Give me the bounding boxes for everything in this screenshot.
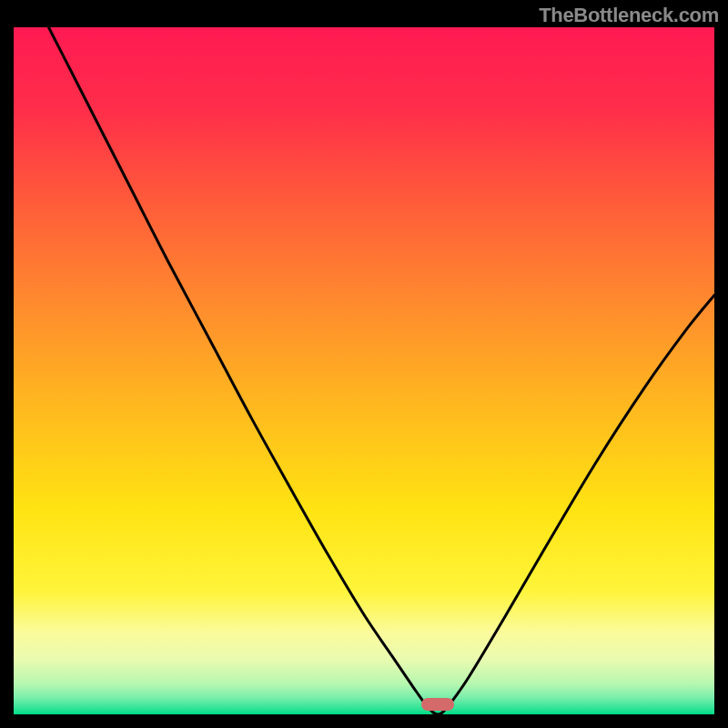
chart-frame: TheBottleneck.com <box>0 0 728 728</box>
bottleneck-curve-path <box>49 27 715 714</box>
curve-layer <box>14 27 714 714</box>
watermark-text: TheBottleneck.com <box>539 4 719 27</box>
optimal-marker <box>421 698 454 711</box>
plot-area <box>14 27 714 714</box>
